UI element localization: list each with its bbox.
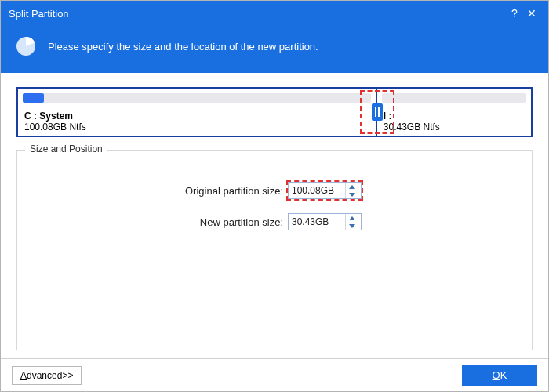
original-size-down[interactable] bbox=[346, 191, 358, 198]
footer: Advanced>> OK bbox=[1, 358, 548, 391]
partition-right-name: I : bbox=[384, 111, 525, 122]
original-size-spin-buttons bbox=[345, 183, 358, 198]
close-button[interactable]: ✕ bbox=[523, 7, 540, 20]
partition-left-info: 100.08GB Ntfs bbox=[24, 122, 369, 132]
original-size-label: Original partition size: bbox=[33, 185, 288, 197]
original-size-row: Original partition size: bbox=[33, 182, 516, 199]
original-size-up[interactable] bbox=[346, 183, 358, 191]
new-size-spin-buttons bbox=[345, 214, 358, 230]
original-size-spinbox[interactable] bbox=[288, 182, 362, 199]
svg-marker-1 bbox=[349, 185, 355, 189]
partition-right-info: 30.43GB Ntfs bbox=[384, 122, 525, 132]
advanced-button-rest: dvanced>> bbox=[27, 370, 73, 381]
svg-marker-3 bbox=[349, 216, 355, 220]
partition-left: C : System 100.08GB Ntfs bbox=[18, 89, 377, 136]
ok-button[interactable]: OK bbox=[462, 365, 537, 386]
size-position-fieldset: Size and Position Original partition siz… bbox=[16, 150, 533, 350]
split-drag-handle[interactable] bbox=[372, 103, 383, 121]
partition-bar: C : System 100.08GB Ntfs I : 30.43GB Ntf… bbox=[16, 87, 533, 137]
partition-right: I : 30.43GB Ntfs bbox=[377, 89, 531, 136]
new-size-spinbox[interactable] bbox=[288, 213, 362, 230]
instruction-text: Please specify the size and the location… bbox=[48, 41, 318, 53]
new-size-input[interactable] bbox=[289, 216, 345, 227]
split-partition-dialog: Split Partition ? ✕ Please specify the s… bbox=[0, 0, 549, 392]
new-size-label: New partition size: bbox=[33, 216, 288, 228]
pie-chart-icon bbox=[15, 35, 37, 57]
new-size-up[interactable] bbox=[346, 214, 358, 222]
partition-left-used bbox=[23, 93, 44, 103]
header: Please specify the size and the location… bbox=[1, 26, 548, 73]
fieldset-legend: Size and Position bbox=[25, 143, 107, 154]
content-area: C : System 100.08GB Ntfs I : 30.43GB Ntf… bbox=[1, 73, 548, 358]
dialog-title: Split Partition bbox=[9, 8, 69, 20]
partition-left-name: C : System bbox=[24, 111, 369, 122]
new-size-down[interactable] bbox=[346, 222, 358, 230]
new-size-row: New partition size: bbox=[33, 213, 516, 230]
partition-left-track bbox=[23, 93, 371, 103]
original-size-input[interactable] bbox=[289, 185, 345, 196]
svg-marker-2 bbox=[349, 193, 355, 197]
advanced-button[interactable]: Advanced>> bbox=[12, 366, 82, 385]
titlebar: Split Partition ? ✕ bbox=[1, 1, 548, 26]
partition-right-track bbox=[382, 93, 526, 103]
svg-marker-4 bbox=[349, 224, 355, 228]
ok-button-rest: K bbox=[500, 369, 507, 381]
help-button[interactable]: ? bbox=[506, 7, 523, 20]
